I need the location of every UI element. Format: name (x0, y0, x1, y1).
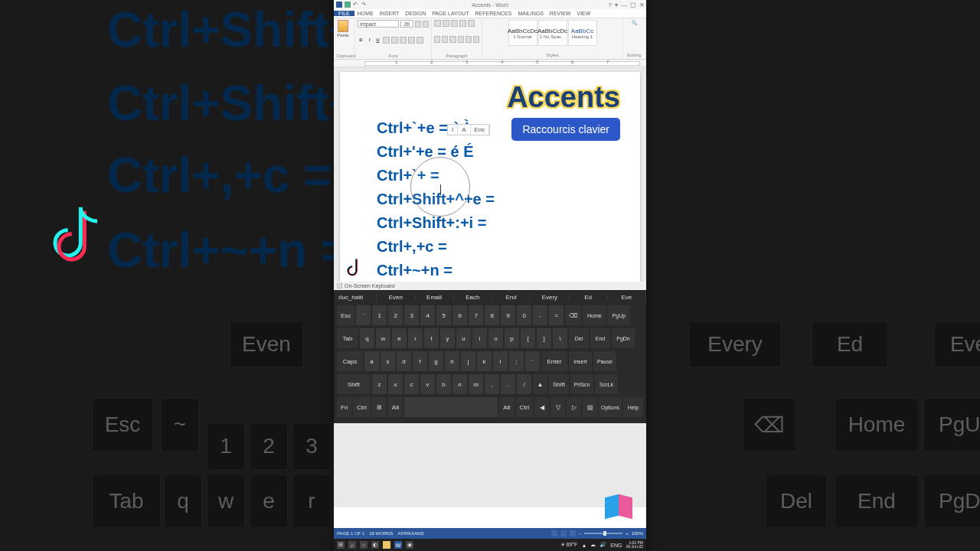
osk-suggestion[interactable]: Email (416, 294, 454, 301)
style-nospacing[interactable]: AaBbCcDc1 No Spac... (538, 20, 567, 46)
key-help[interactable]: Help (623, 397, 643, 417)
align-center-icon[interactable] (442, 36, 448, 43)
key-lalt[interactable]: Alt (388, 397, 403, 417)
key-pgup[interactable]: PgUp (607, 305, 630, 325)
osk-suggestion[interactable]: End (492, 294, 531, 301)
tray-onedrive-icon[interactable]: ☁ (590, 542, 596, 548)
key-3[interactable]: 3 (404, 305, 419, 325)
borders-icon[interactable] (473, 36, 479, 43)
mini-fontcolor[interactable]: A (458, 125, 470, 135)
key-y[interactable]: y (440, 328, 455, 348)
view-read-icon[interactable] (551, 530, 557, 536)
key-r[interactable]: r (408, 328, 423, 348)
zoom-level[interactable]: 100% (632, 531, 643, 536)
osk-suggestion[interactable]: Each (454, 294, 492, 301)
tab-review[interactable]: REVIEW (547, 11, 574, 16)
quick-access-toolbar[interactable]: ↶ ↷ (334, 2, 368, 8)
subscript-icon[interactable] (391, 37, 398, 44)
key-d[interactable]: d (397, 351, 411, 371)
key-right[interactable]: ▷ (567, 397, 581, 417)
key-lshift[interactable]: Shift (337, 374, 371, 394)
key-1[interactable]: 1 (372, 305, 387, 325)
chrome-icon[interactable]: ◉ (406, 541, 413, 549)
key-enter[interactable]: Enter (541, 351, 567, 371)
key-l[interactable]: l (493, 351, 508, 371)
tab-mailings[interactable]: MAILINGS (514, 11, 546, 16)
tray-lang[interactable]: ENG (610, 543, 622, 548)
key-home[interactable]: Home (583, 305, 606, 325)
key-w[interactable]: w (376, 328, 390, 348)
start-button[interactable]: ⊞ (337, 541, 345, 549)
key-ralt[interactable]: Alt (499, 397, 514, 417)
key-b[interactable]: b (436, 374, 451, 394)
key-a[interactable]: a (364, 351, 379, 371)
system-clock[interactable]: 1:02 PM 29-Jun-22 (626, 541, 643, 549)
numbering-icon[interactable] (443, 20, 449, 27)
font-name-combo[interactable]: Impact (358, 20, 399, 28)
key-5[interactable]: 5 (436, 305, 451, 325)
key-comma[interactable]: , (485, 374, 499, 394)
key-j[interactable]: j (461, 351, 475, 371)
tab-insert[interactable]: INSERT (377, 11, 403, 16)
horizontal-ruler[interactable]: 1 2 3 4 5 6 7 (334, 60, 646, 67)
key-g[interactable]: g (429, 351, 443, 371)
key-del[interactable]: Del (569, 328, 589, 348)
tab-view[interactable]: VIEW (573, 11, 593, 16)
search-icon[interactable]: ⌕ (348, 541, 356, 549)
zoom-slider[interactable] (584, 533, 622, 534)
key-caps[interactable]: Caps (337, 351, 363, 371)
doc-line[interactable]: Ctrl+'+e = é É (377, 140, 603, 164)
key-apos[interactable]: ' (525, 351, 540, 371)
osk-suggestion[interactable]: Ed (570, 294, 608, 301)
grow-font-icon[interactable] (415, 21, 421, 28)
key-0[interactable]: 0 (517, 305, 531, 325)
key-i[interactable]: i (472, 328, 487, 348)
key-2[interactable]: 2 (388, 305, 403, 325)
key-o[interactable]: o (488, 328, 503, 348)
redo-icon[interactable]: ↷ (361, 2, 368, 8)
doc-line[interactable]: Ctrl+~+n = (377, 259, 603, 282)
key-menu[interactable]: ▤ (583, 397, 597, 417)
key-backspace[interactable]: ⌫ (565, 305, 581, 325)
key-4[interactable]: 4 (420, 305, 435, 325)
key-p[interactable]: p (505, 328, 519, 348)
bullets-icon[interactable] (434, 20, 441, 27)
tray-overflow-icon[interactable]: ▲ (581, 543, 586, 548)
key-pgdn[interactable]: PgDn (612, 328, 635, 348)
find-icon[interactable]: 🔍 (632, 20, 637, 25)
task-view-icon[interactable]: ○ (360, 541, 368, 549)
indent-dec-icon[interactable] (459, 20, 466, 27)
key-t[interactable]: t (424, 328, 439, 348)
key-rctrl[interactable]: Ctrl (516, 397, 533, 417)
key-space[interactable] (404, 397, 498, 417)
key-options[interactable]: Options (599, 397, 622, 417)
strike-icon[interactable] (383, 37, 390, 44)
key-f[interactable]: f (413, 351, 427, 371)
key-scrlk[interactable]: ScrLk (595, 374, 618, 394)
key-q[interactable]: q (360, 328, 374, 348)
tab-page-layout[interactable]: PAGE LAYOUT (429, 11, 472, 16)
key-backtick[interactable]: ` (356, 305, 371, 325)
word-taskbar-icon[interactable]: W (394, 541, 402, 549)
osk-suggestion[interactable]: Every (531, 294, 569, 301)
tab-file[interactable]: FILE (334, 11, 354, 16)
shrink-font-icon[interactable] (423, 21, 429, 28)
tab-home[interactable]: HOME (354, 11, 377, 16)
osk-suggestion[interactable]: Eve (608, 294, 646, 301)
highlight-icon[interactable] (408, 37, 415, 44)
mini-toolbar[interactable]: I A Enc (447, 124, 490, 135)
cortana-icon[interactable]: ◐ (371, 541, 379, 549)
shading-icon[interactable] (466, 36, 472, 43)
key-lbracket[interactable]: [ (521, 328, 535, 348)
key-down[interactable]: ▽ (550, 397, 565, 417)
font-size-combo[interactable]: 26 (400, 20, 413, 28)
save-icon[interactable] (345, 2, 351, 8)
key-backslash[interactable]: \ (553, 328, 567, 348)
key-z[interactable]: z (372, 374, 387, 394)
zoom-in-icon[interactable]: + (626, 531, 629, 536)
indent-inc-icon[interactable] (468, 20, 475, 27)
key-rshift[interactable]: Shift (549, 374, 569, 394)
key-minus[interactable]: - (533, 305, 547, 325)
key-prtscn[interactable]: PrtScn (570, 374, 593, 394)
key-equals[interactable]: = (549, 305, 564, 325)
